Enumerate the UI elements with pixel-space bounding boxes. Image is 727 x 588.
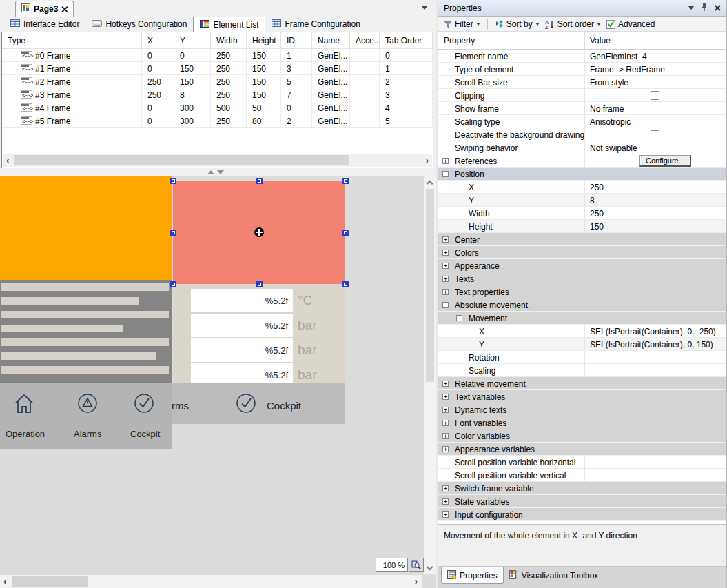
scroll-left-icon[interactable]: ‹ xyxy=(6,154,9,167)
property-row[interactable]: Rotation xyxy=(438,351,726,364)
property-row[interactable]: Swiping behaviorNot swipable xyxy=(438,141,726,154)
scroll-down-icon[interactable] xyxy=(427,564,433,571)
expand-icon[interactable]: + xyxy=(442,485,449,491)
expand-icon[interactable]: + xyxy=(442,511,449,518)
table-row[interactable]: #3 Frame25082501507GenEl...3 xyxy=(2,88,433,101)
advanced-checkbox[interactable]: Advanced xyxy=(605,19,656,29)
property-value[interactable] xyxy=(584,456,726,468)
collapse-icon[interactable]: - xyxy=(456,315,462,321)
expand-icon[interactable]: + xyxy=(442,250,449,256)
table-row[interactable]: #1 Frame01502501503GenEl...1 xyxy=(2,62,433,75)
property-value[interactable]: Anisotropic xyxy=(584,115,726,128)
configure-button[interactable]: Configure... xyxy=(639,155,691,167)
panel-menu-dropdown-icon[interactable] xyxy=(688,6,694,10)
property-row[interactable]: +Text variables xyxy=(438,390,726,403)
property-row[interactable]: Width250 xyxy=(438,207,726,220)
property-value[interactable] xyxy=(584,128,726,141)
scrollbar-thumb[interactable] xyxy=(12,576,88,587)
table-row[interactable]: #2 Frame2501502501505GenEl...2 xyxy=(2,75,433,88)
scrollbar-thumb[interactable] xyxy=(426,189,434,382)
scroll-left-icon[interactable]: ‹ xyxy=(3,575,6,588)
property-row[interactable]: -Absolute movement xyxy=(438,298,726,312)
property-row[interactable]: Type of elementFrame -> RedFrame xyxy=(438,63,726,76)
tab-properties[interactable]: Properties xyxy=(441,567,504,584)
expand-icon[interactable]: + xyxy=(442,394,449,400)
tab-hotkeys-configuration[interactable]: Hotkeys Configuration xyxy=(85,17,193,32)
check-circle-icon[interactable] xyxy=(236,393,256,416)
property-row[interactable]: +Relative movement xyxy=(438,377,726,390)
property-value[interactable]: No frame xyxy=(584,102,726,114)
property-row[interactable]: +State variables xyxy=(438,495,726,508)
scrollbar-thumb[interactable] xyxy=(14,155,349,165)
property-value[interactable] xyxy=(584,351,726,363)
tab-frame-configuration[interactable]: Frame Configuration xyxy=(265,17,366,32)
numeric-input[interactable]: %5.2f xyxy=(191,314,293,337)
column-header[interactable]: ID xyxy=(281,32,312,49)
visualization-canvas[interactable]: %5.2f °C %5.2f bar %5.2f bar %5.2f bar r… xyxy=(0,176,436,588)
splitter-down-icon[interactable] xyxy=(217,170,224,174)
table-row[interactable]: #4 Frame0300500500GenEl...4 xyxy=(2,101,433,114)
property-row[interactable]: Height150 xyxy=(438,220,726,233)
property-value[interactable] xyxy=(584,364,726,376)
property-row[interactable]: Clipping xyxy=(438,89,726,102)
orange-frame-element[interactable] xyxy=(0,176,172,280)
selection-handle[interactable] xyxy=(256,281,263,287)
scroll-right-icon[interactable]: › xyxy=(415,575,418,588)
selection-handle[interactable] xyxy=(170,230,176,236)
nav-label-alarms[interactable]: Alarms xyxy=(74,429,101,439)
expand-icon[interactable]: + xyxy=(442,407,449,413)
property-row[interactable]: +Colors xyxy=(438,246,726,259)
property-row[interactable]: Scroll position variable horizontal xyxy=(438,456,726,469)
expand-icon[interactable]: + xyxy=(442,276,449,282)
numeric-input[interactable]: %5.2f xyxy=(191,289,293,312)
table-row[interactable]: #5 Frame0300250802GenEl...5 xyxy=(2,114,433,128)
zoom-level-box[interactable]: 100 % xyxy=(376,558,408,572)
property-row[interactable]: +Switch frame variable xyxy=(438,482,726,495)
column-header[interactable]: Width xyxy=(211,32,247,49)
property-row[interactable]: +ReferencesConfigure... xyxy=(438,154,726,168)
property-value[interactable]: 150 xyxy=(584,220,726,232)
selection-handle[interactable] xyxy=(342,230,349,236)
property-row[interactable]: +Appearance xyxy=(438,259,726,272)
property-row[interactable]: +Texts xyxy=(438,272,726,285)
column-header[interactable]: Height xyxy=(247,32,281,49)
scroll-up-icon[interactable] xyxy=(427,181,433,187)
expand-icon[interactable]: + xyxy=(442,433,449,439)
property-row[interactable]: +Input configuration xyxy=(438,508,726,521)
alarm-icon[interactable] xyxy=(77,393,98,416)
list-skeleton-panel[interactable] xyxy=(0,280,172,383)
tab-visualization-toolbox[interactable]: Visualization Toolbox xyxy=(504,567,604,584)
close-tab-icon[interactable] xyxy=(61,6,68,12)
scroll-right-icon[interactable]: › xyxy=(426,154,429,167)
property-row[interactable]: -Position xyxy=(438,168,726,181)
expand-icon[interactable]: + xyxy=(442,381,449,387)
selection-center-crosshair[interactable] xyxy=(254,227,264,237)
property-row[interactable]: Y8 xyxy=(438,194,726,207)
expand-icon[interactable]: + xyxy=(442,289,449,295)
property-row[interactable]: XSEL(IsPortrait(Container), 0, -250) xyxy=(438,325,726,338)
tab-list-dropdown-icon[interactable] xyxy=(422,6,427,10)
selection-handle[interactable] xyxy=(342,281,349,287)
property-row[interactable]: +Color variables xyxy=(438,429,726,443)
expand-icon[interactable]: + xyxy=(442,420,449,426)
property-row[interactable]: Scroll position variable vertical xyxy=(438,469,726,482)
property-row[interactable]: Element nameGenElemInst_4 xyxy=(438,50,726,63)
editor-canvas-splitter[interactable] xyxy=(0,168,436,176)
selection-handle[interactable] xyxy=(170,281,176,287)
canvas-horizontal-scrollbar[interactable]: ‹ › xyxy=(0,575,422,588)
property-value[interactable]: 8 xyxy=(584,194,726,206)
column-header[interactable]: Tab Order xyxy=(380,32,433,49)
numeric-input[interactable]: %5.2f xyxy=(191,338,293,362)
column-header[interactable]: X xyxy=(142,32,174,49)
property-value[interactable]: Not swipable xyxy=(584,141,726,154)
property-value[interactable]: GenElemInst_4 xyxy=(584,50,726,62)
expand-icon[interactable]: + xyxy=(442,498,449,505)
property-row[interactable]: YSEL(IsPortrait(Container), 0, 150) xyxy=(438,338,726,351)
tab-element-list[interactable]: Element List xyxy=(193,17,265,32)
value-column-header[interactable]: Value xyxy=(584,32,726,49)
property-value[interactable] xyxy=(584,469,726,481)
checkbox-checked-icon[interactable] xyxy=(606,20,615,29)
column-header[interactable]: Name xyxy=(312,32,350,49)
property-value[interactable]: 250 xyxy=(584,181,726,193)
property-row[interactable]: Scaling typeAnisotropic xyxy=(438,115,726,128)
